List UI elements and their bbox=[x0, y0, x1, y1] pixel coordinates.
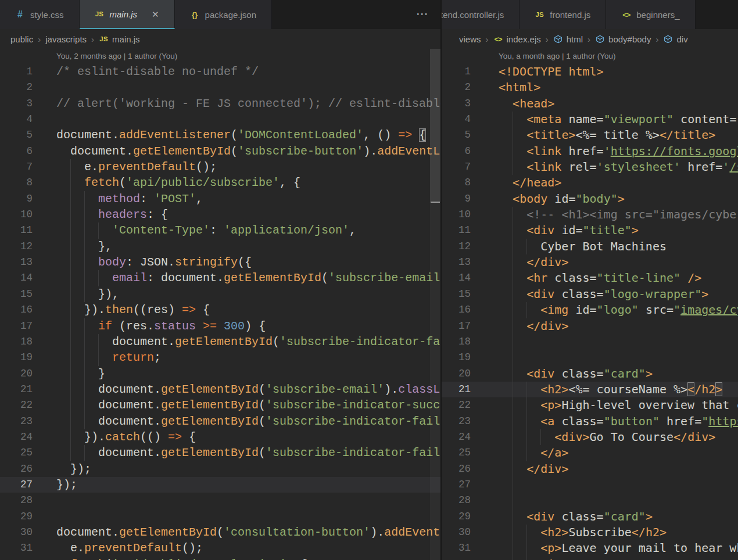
code-line[interactable]: 11 <div id="title"> bbox=[442, 222, 738, 238]
code-line[interactable]: 22 document.getElementById('subscribe-in… bbox=[0, 397, 440, 413]
code-line[interactable]: 8 </head> bbox=[442, 175, 738, 191]
code-line[interactable]: 1/* eslint-disable no-undef */ bbox=[0, 64, 440, 80]
code-line[interactable]: 17 if (res.status >= 300) { bbox=[0, 318, 440, 334]
code-line[interactable]: 26 </div> bbox=[442, 461, 738, 477]
code-line[interactable]: 32 fetch('api/public/consultation', { bbox=[0, 557, 440, 560]
codelens-right[interactable]: You, a month ago | 1 author (You) bbox=[499, 49, 738, 64]
tab-frontend.js[interactable]: JSfrontend.js bbox=[520, 0, 606, 29]
code-line[interactable]: 15 <div class="logo-wrapper"> bbox=[442, 286, 738, 302]
code-line[interactable]: 15 }), bbox=[0, 286, 440, 302]
code-line[interactable]: 2<html> bbox=[442, 80, 738, 95]
code-line[interactable]: 4 <meta name="viewport" content="width=d… bbox=[442, 112, 738, 127]
code-line[interactable]: 18 bbox=[442, 334, 738, 350]
code-line[interactable]: 21 <h2><%= courseName %></h2> bbox=[442, 382, 738, 397]
code-line[interactable]: 14 email: document.getElementById('subsc… bbox=[0, 270, 440, 286]
line-number: 4 bbox=[0, 112, 33, 127]
code-line[interactable]: 20 <div class="card"> bbox=[442, 366, 738, 382]
line-number: 11 bbox=[0, 222, 33, 238]
code-line[interactable]: 23 document.getElementById('subscribe-in… bbox=[0, 414, 440, 429]
code-line[interactable]: 7 <link rel='stylesheet' href='/styleshe… bbox=[442, 159, 738, 175]
code-line[interactable]: 10 headers: { bbox=[0, 207, 440, 222]
breadcrumb-item-index.ejs[interactable]: <>index.ejs bbox=[493, 34, 541, 44]
close-icon[interactable]: ✕ bbox=[152, 10, 159, 19]
code-line[interactable]: 8 fetch('api/public/subscribe', { bbox=[0, 175, 440, 191]
code-line[interactable]: 17 </div> bbox=[442, 318, 738, 334]
code-line[interactable]: 27 bbox=[442, 477, 738, 493]
breadcrumb-item-javascripts[interactable]: javascripts bbox=[45, 34, 87, 44]
code-line[interactable]: 13 </div> bbox=[442, 254, 738, 270]
line-number: 2 bbox=[0, 80, 33, 95]
line-number: 32 bbox=[442, 557, 471, 560]
code-line[interactable]: 5 <title><%= title %></title> bbox=[442, 127, 738, 143]
code-line[interactable]: 6 <link href='https://fonts.googleapis.c… bbox=[442, 143, 738, 159]
code-line[interactable]: 9 <body id="body"> bbox=[442, 191, 738, 207]
tab-style.css[interactable]: #style.css bbox=[0, 0, 80, 29]
code-line[interactable]: 30 <h2>Subscribe</h2> bbox=[442, 525, 738, 540]
breadcrumb-item-bodybody[interactable]: body#body bbox=[595, 34, 651, 44]
tab-main.js[interactable]: JSmain.js✕ bbox=[80, 0, 175, 29]
breadcrumb-item-html[interactable]: html bbox=[553, 34, 583, 44]
code-line[interactable]: 24 }).catch(() => { bbox=[0, 429, 440, 445]
code-line[interactable]: 31 <p>Leave your mail to hear when new c… bbox=[442, 540, 738, 556]
code-line[interactable]: 31 e.preventDefault(); bbox=[0, 540, 440, 556]
code-line[interactable]: 25 document.getElementById('subscribe-in… bbox=[0, 445, 440, 461]
code-line[interactable]: 9 method: 'POST', bbox=[0, 191, 440, 207]
breadcrumb-item-public[interactable]: public bbox=[10, 34, 33, 44]
editor-right[interactable]: You, a month ago | 1 author (You) 1<!DOC… bbox=[442, 49, 738, 560]
code-line[interactable]: 5document.addEventListener('DOMContentLo… bbox=[0, 127, 440, 143]
code-line[interactable]: 20 } bbox=[0, 366, 440, 382]
tab-package.json[interactable]: {}package.json bbox=[175, 0, 272, 29]
code-line[interactable]: 18 document.getElementById('subscribe-in… bbox=[0, 334, 440, 350]
token: 'subscribe-indicator-success' bbox=[266, 399, 440, 412]
breadcrumb-separator: › bbox=[587, 34, 590, 44]
code-line[interactable]: 3// alert('working - FE JS connected'); … bbox=[0, 96, 440, 112]
code-line[interactable]: 19 bbox=[442, 350, 738, 365]
code-line[interactable]: 26 }); bbox=[0, 461, 440, 477]
code-line[interactable]: 28 bbox=[0, 493, 440, 508]
code-line[interactable]: 32 <input bbox=[442, 557, 738, 560]
line-number: 21 bbox=[442, 382, 471, 397]
code-line[interactable]: 19 return; bbox=[0, 350, 440, 365]
code-line[interactable]: 12 }, bbox=[0, 239, 440, 254]
code-line[interactable]: 4 bbox=[0, 112, 440, 127]
code-line[interactable]: 30document.getElementById('consultation-… bbox=[0, 525, 440, 540]
scrollbar-thumb[interactable] bbox=[430, 49, 440, 202]
line-content: }).then((res) => { bbox=[33, 302, 440, 318]
code-line[interactable]: 28 bbox=[442, 493, 738, 508]
code-line[interactable]: 2 bbox=[0, 80, 440, 95]
token bbox=[196, 320, 203, 333]
code-line[interactable]: 10 <!-- <h1><img src="images/cyber-bot-m… bbox=[442, 207, 738, 222]
tab-tend.controller.js[interactable]: tend.controller.js bbox=[442, 0, 520, 29]
codelens-left[interactable]: You, 2 months ago | 1 author (You) bbox=[56, 49, 440, 64]
line-content bbox=[471, 334, 738, 350]
editor-left[interactable]: You, 2 months ago | 1 author (You) 1/* e… bbox=[0, 49, 440, 560]
code-line[interactable]: 13 body: JSON.stringify({ bbox=[0, 254, 440, 270]
code-line[interactable]: 11 'Content-Type': 'application/json', bbox=[0, 222, 440, 238]
code-line[interactable]: 21 document.getElementById('subscribe-em… bbox=[0, 382, 440, 397]
code-line[interactable]: 12 Cyber Bot Machines bbox=[442, 239, 738, 254]
breadcrumb-item-div[interactable]: div bbox=[663, 34, 687, 44]
code-line[interactable]: 7 e.preventDefault(); bbox=[0, 159, 440, 175]
indent bbox=[56, 256, 98, 269]
line-number: 12 bbox=[442, 239, 471, 254]
code-line[interactable]: 6 document.getElementById('subscribe-but… bbox=[0, 143, 440, 159]
code-line[interactable]: 16 }).then((res) => { bbox=[0, 302, 440, 318]
code-line[interactable]: 29 <div class="card"> bbox=[442, 509, 738, 525]
breadcrumb-item-views[interactable]: views bbox=[459, 34, 481, 44]
code-line[interactable]: 23 <a class="button" href="https://www.y… bbox=[442, 414, 738, 429]
tab-beginners_[interactable]: <>beginners_ bbox=[606, 0, 695, 29]
code-line[interactable]: 22 <p>High-level overview that covers th… bbox=[442, 397, 738, 413]
code-line[interactable]: 16 <img id="logo" src="images/cyber-bot-… bbox=[442, 302, 738, 318]
scrollbar-left[interactable] bbox=[430, 49, 440, 560]
more-actions-button[interactable]: ⋯ bbox=[416, 0, 429, 28]
breadcrumb-item-main.js[interactable]: JSmain.js bbox=[99, 34, 140, 44]
code-line[interactable]: 1<!DOCTYPE html> bbox=[442, 64, 738, 80]
code-line[interactable]: 25 </a> bbox=[442, 445, 738, 461]
code-line[interactable]: 24 <div>Go To Course</div> bbox=[442, 429, 738, 445]
code-line[interactable]: 3 <head> bbox=[442, 96, 738, 112]
code-line[interactable]: 27}); bbox=[0, 477, 440, 493]
line-number: 13 bbox=[0, 254, 33, 270]
token: => bbox=[398, 128, 412, 142]
code-line[interactable]: 14 <hr class="title-line" /> bbox=[442, 270, 738, 286]
code-line[interactable]: 29 bbox=[0, 509, 440, 525]
